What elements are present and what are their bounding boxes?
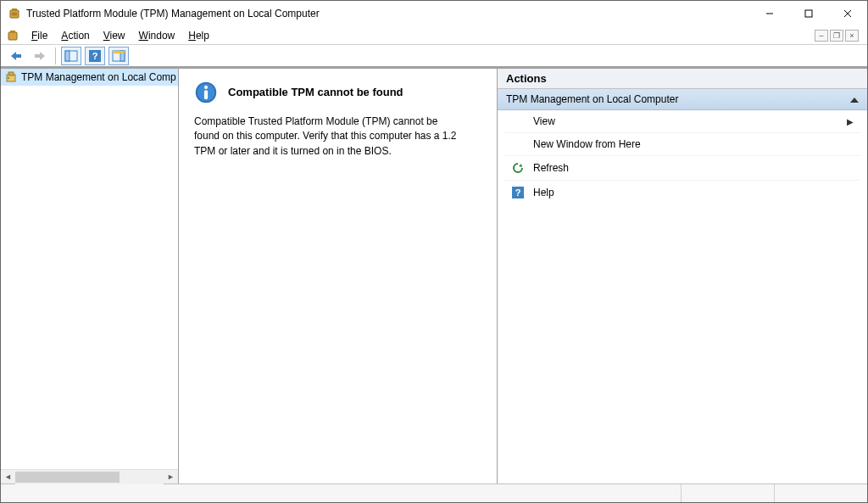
menu-file[interactable]: File: [25, 28, 54, 43]
svg-rect-25: [204, 90, 208, 99]
actions-section-label: TPM Management on Local Computer: [506, 93, 678, 105]
svg-rect-9: [10, 31, 15, 33]
svg-rect-0: [10, 10, 19, 18]
action-label: Refresh: [533, 162, 854, 174]
menu-help[interactable]: Help: [181, 28, 216, 43]
svg-point-24: [204, 86, 208, 89]
toolbar-separator: [55, 48, 56, 64]
action-view[interactable]: View ▶: [504, 110, 860, 133]
message-heading: Compatible TPM cannot be found: [228, 81, 403, 98]
show-hide-tree-button[interactable]: [61, 47, 81, 65]
app-window: Trusted Platform Module (TPM) Management…: [0, 0, 868, 503]
svg-text:?: ?: [92, 51, 98, 61]
actions-header: Actions: [498, 69, 867, 89]
mdi-minimize-button[interactable]: –: [815, 30, 828, 42]
close-button[interactable]: [828, 1, 867, 26]
svg-rect-18: [113, 51, 125, 53]
mdi-restore-button[interactable]: ❐: [830, 30, 843, 42]
menu-view[interactable]: View: [97, 28, 132, 43]
message-body: Compatible Trusted Platform Module (TPM)…: [194, 115, 465, 159]
window-title: Trusted Platform Module (TPM) Management…: [26, 8, 750, 20]
app-icon: [8, 7, 21, 20]
mdi-controls: – ❐ ×: [815, 30, 862, 42]
back-button[interactable]: [6, 47, 26, 65]
svg-rect-3: [12, 14, 17, 15]
svg-rect-2: [12, 13, 17, 14]
tree-item-label: TPM Management on Local Comp: [21, 71, 176, 83]
svg-rect-20: [8, 72, 14, 75]
scroll-thumb[interactable]: [15, 472, 120, 483]
content-pane: Compatible TPM cannot be found Compatibl…: [179, 69, 498, 483]
menu-action[interactable]: Action: [54, 28, 96, 43]
mdi-close-button[interactable]: ×: [845, 30, 859, 42]
svg-rect-5: [805, 10, 812, 17]
svg-rect-8: [8, 32, 17, 40]
console-icon: [6, 29, 19, 42]
menu-window[interactable]: Window: [132, 28, 182, 43]
help-button[interactable]: ?: [85, 47, 105, 65]
statusbar: [1, 483, 867, 502]
svg-text:?: ?: [515, 187, 521, 198]
collapse-arrow-icon: [850, 93, 859, 105]
actions-list: View ▶ New Window from Here Refresh: [498, 110, 867, 204]
show-hide-action-pane-button[interactable]: [108, 47, 129, 65]
maximize-button[interactable]: [789, 1, 828, 26]
action-label: New Window from Here: [533, 138, 854, 150]
scroll-track[interactable]: [15, 470, 164, 484]
action-refresh[interactable]: Refresh: [504, 156, 860, 181]
actions-pane: Actions TPM Management on Local Computer…: [498, 69, 867, 483]
toolbar: ?: [1, 45, 867, 69]
forward-button[interactable]: [30, 47, 50, 65]
actions-section-title[interactable]: TPM Management on Local Computer: [498, 89, 867, 110]
info-icon: [194, 81, 218, 104]
svg-rect-13: [65, 51, 70, 61]
titlebar: Trusted Platform Module (TPM) Management…: [1, 1, 867, 26]
svg-rect-10: [15, 54, 21, 58]
scroll-right-arrow[interactable]: ►: [164, 470, 178, 484]
action-help[interactable]: ? Help: [504, 181, 860, 204]
refresh-icon: [511, 161, 525, 175]
action-label: Help: [533, 187, 854, 198]
tree-pane: TPM Management on Local Comp ◄ ►: [1, 69, 179, 483]
action-label: View: [533, 115, 838, 127]
scroll-left-arrow[interactable]: ◄: [1, 470, 15, 484]
svg-rect-11: [35, 54, 41, 58]
action-new-window[interactable]: New Window from Here: [504, 133, 860, 156]
main-area: TPM Management on Local Comp ◄ ►: [1, 69, 867, 483]
statusbar-cell: [681, 484, 774, 502]
svg-rect-1: [12, 8, 17, 11]
help-icon: ?: [511, 186, 525, 199]
statusbar-cell: [1, 484, 681, 502]
statusbar-cell: [774, 484, 867, 502]
menubar: File Action View Window Help – ❐ ×: [1, 26, 867, 45]
window-controls: [750, 1, 867, 26]
tpm-node-icon: [4, 70, 18, 84]
submenu-arrow-icon: ▶: [847, 117, 854, 126]
tree-horizontal-scrollbar[interactable]: ◄ ►: [1, 469, 178, 483]
tree-item-tpm-management[interactable]: TPM Management on Local Comp: [1, 69, 178, 86]
minimize-button[interactable]: [750, 1, 789, 26]
svg-point-21: [8, 77, 9, 79]
